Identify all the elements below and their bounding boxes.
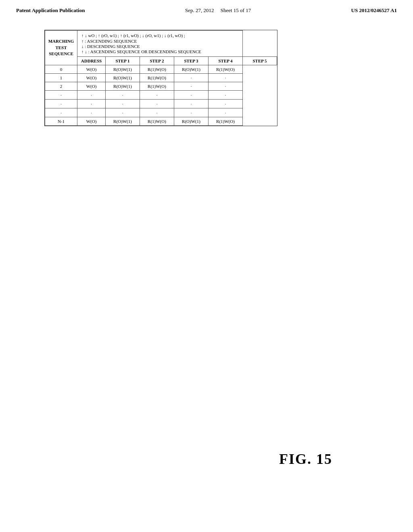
s2-dot3: ·: [106, 108, 140, 117]
table-row dot-row: · · · · · ·: [45, 108, 277, 117]
figure-table: MARCHINGTESTSEQUENCE ↑ ↓ wO ; ↑ (rO, w1)…: [44, 30, 277, 126]
s5-dot2: ·: [209, 100, 243, 108]
s2-2: R(O)W(1): [106, 82, 140, 91]
s3-1: R(1)W(O): [140, 74, 174, 82]
s1-2: W(O): [77, 82, 106, 91]
page-header: Patent Application Publication Sep. 27, …: [0, 0, 413, 18]
table-row: 0 W(O) R(O)W(1) R(1)W(O) R(O)W(1) R(1)W(…: [45, 65, 277, 74]
s4-dot2: ·: [174, 100, 209, 108]
legend-line1: ↑ ↓ wO ; ↑ (rO, w1) ; ↑ (r1, wO) ; ↓ (rO…: [81, 33, 238, 38]
s1-dot3: ·: [77, 108, 106, 117]
s1-0: W(O): [77, 65, 106, 74]
s4-0: R(O)W(1): [174, 65, 209, 74]
s3-dot3: ·: [140, 108, 174, 117]
legend-line4: ↑ ↓ : ASCENDING SEQUENCE OR DESCENDING S…: [81, 49, 238, 54]
addr-dot3: ·: [45, 108, 77, 117]
s5-2: ·: [209, 82, 243, 91]
s3-dot2: ·: [140, 100, 174, 108]
col-step3: STEP 3: [174, 57, 209, 65]
s1-dot1: ·: [77, 91, 106, 100]
s3-2: R(1)W(O): [140, 82, 174, 91]
sheet-label: Sheet 15 of 17: [221, 7, 251, 13]
s2-1: R(O)W(1): [106, 74, 140, 82]
addr-n1: N-1: [45, 117, 77, 126]
table-row: N-1 W(O) R(O)W(1) R(1)W(O) R(O)W(1) R(1)…: [45, 117, 277, 126]
table-row dot-row: · · · · · ·: [45, 100, 277, 108]
table-row: 2 W(O) R(O)W(1) R(1)W(O) · ·: [45, 82, 277, 91]
s4-n1: R(O)W(1): [174, 117, 209, 126]
s5-n1: R(1)W(O): [209, 117, 243, 126]
table-row dot-row: · · · · · ·: [45, 91, 277, 100]
legend-cell: ↑ ↓ wO ; ↑ (rO, w1) ; ↑ (r1, wO) ; ↓ (rO…: [77, 31, 243, 57]
s5-1: ·: [209, 74, 243, 82]
col-step4: STEP 4: [209, 57, 243, 65]
date-label: Sep. 27, 2012: [185, 7, 214, 13]
s2-dot1: ·: [106, 91, 140, 100]
legend-line3: ↓ : DESCENDING SEQUENCE: [81, 44, 238, 49]
legend-line2: ↑ : ASCENDING SEQUENCE: [81, 39, 238, 44]
s5-0: R(1)W(O): [209, 65, 243, 74]
publication-label: Patent Application Publication: [16, 7, 85, 14]
marching-cell: MARCHINGTESTSEQUENCE: [45, 31, 77, 65]
s3-dot1: ·: [140, 91, 174, 100]
date-sheet-label: Sep. 27, 2012 Sheet 15 of 17: [185, 7, 251, 14]
legend-row: MARCHINGTESTSEQUENCE ↑ ↓ wO ; ↑ (rO, w1)…: [45, 31, 277, 57]
col-step2: STEP 2: [140, 57, 174, 65]
s1-dot2: ·: [77, 100, 106, 108]
table-row: 1 W(O) R(O)W(1) R(1)W(O) · ·: [45, 74, 277, 82]
s3-0: R(1)W(O): [140, 65, 174, 74]
s2-0: R(O)W(1): [106, 65, 140, 74]
s2-dot2: ·: [106, 100, 140, 108]
s3-n1: R(1)W(O): [140, 117, 174, 126]
column-headers-row: ADDRESS STEP 1 STEP 2 STEP 3 STEP 4 STEP…: [45, 57, 277, 65]
patent-number-label: US 2012/0246527 A1: [351, 7, 397, 14]
s1-n1: W(O): [77, 117, 106, 126]
figure-label: FIG. 15: [279, 451, 332, 468]
s5-dot3: ·: [209, 108, 243, 117]
main-content: MARCHINGTESTSEQUENCE ↑ ↓ wO ; ↑ (rO, w1)…: [0, 18, 413, 134]
col-step1: STEP 1: [106, 57, 140, 65]
col-step5: STEP 5: [243, 57, 277, 65]
s4-dot1: ·: [174, 91, 209, 100]
s1-1: W(O): [77, 74, 106, 82]
col-address: ADDRESS: [77, 57, 106, 65]
s2-n1: R(O)W(1): [106, 117, 140, 126]
addr-1: 1: [45, 74, 77, 82]
addr-dot2: ·: [45, 100, 77, 108]
s4-dot3: ·: [174, 108, 209, 117]
s5-dot1: ·: [209, 91, 243, 100]
addr-0: 0: [45, 65, 77, 74]
addr-2: 2: [45, 82, 77, 91]
s4-2: ·: [174, 82, 209, 91]
s4-1: ·: [174, 74, 209, 82]
addr-dot1: ·: [45, 91, 77, 100]
